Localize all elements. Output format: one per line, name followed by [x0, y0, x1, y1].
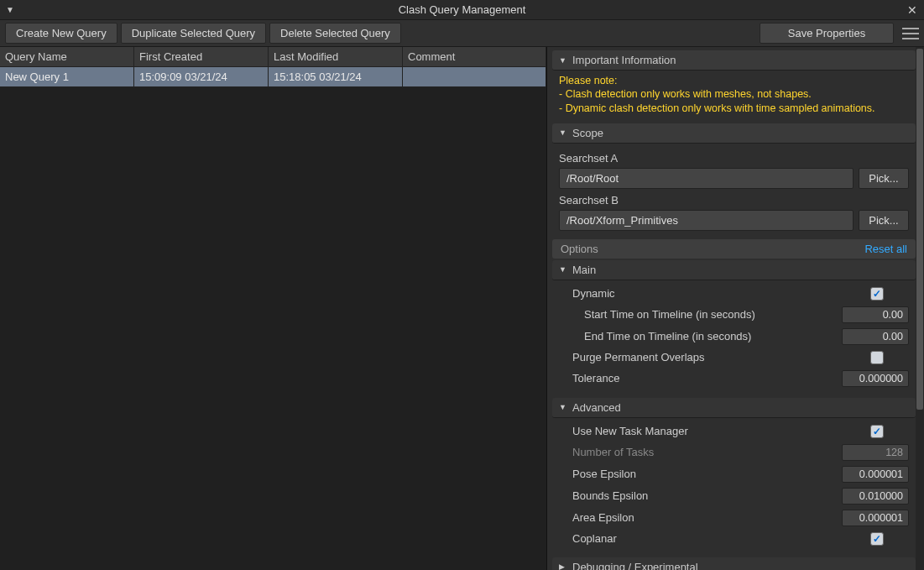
- save-properties-button[interactable]: Save Properties: [760, 23, 894, 44]
- section-title: Important Information: [572, 54, 676, 66]
- chevron-right-icon: ▶: [559, 562, 567, 570]
- purge-checkbox[interactable]: [870, 351, 884, 364]
- reset-all-link[interactable]: Reset all: [864, 243, 907, 255]
- delete-query-button[interactable]: Delete Selected Query: [269, 23, 401, 44]
- bounds-input[interactable]: [842, 488, 909, 505]
- purge-label: Purge Permanent Overlaps: [559, 351, 870, 363]
- col-query-name[interactable]: Query Name: [0, 47, 134, 66]
- info-line1: - Clash detection only works with meshes…: [559, 87, 909, 101]
- section-title: Debugging / Experimental: [572, 561, 698, 570]
- table-header: Query Name First Created Last Modified C…: [0, 47, 546, 67]
- taskmgr-checkbox[interactable]: [870, 425, 884, 438]
- options-label: Options: [561, 243, 598, 255]
- searchset-a-pick-button[interactable]: Pick...: [859, 168, 909, 189]
- duplicate-query-button[interactable]: Duplicate Selected Query: [121, 23, 266, 44]
- pose-input[interactable]: [842, 466, 909, 483]
- table-body: New Query 1 15:09:09 03/21/24 15:18:05 0…: [0, 67, 546, 570]
- section-debugging[interactable]: ▶ Debugging / Experimental: [552, 557, 916, 570]
- create-query-button[interactable]: Create New Query: [5, 23, 117, 44]
- scrollbar[interactable]: [916, 47, 924, 570]
- window-menu-icon[interactable]: ▼: [0, 5, 20, 14]
- close-icon[interactable]: ✕: [901, 3, 924, 17]
- start-time-label: Start Time on Timeline (in seconds): [559, 308, 842, 321]
- query-table: Query Name First Created Last Modified C…: [0, 47, 547, 570]
- end-time-input[interactable]: [842, 328, 909, 345]
- toolbar: Create New Query Duplicate Selected Quer…: [0, 20, 924, 47]
- coplanar-checkbox[interactable]: [870, 532, 884, 546]
- cell-comment: [403, 67, 546, 86]
- cell-created: 15:09:09 03/21/24: [134, 67, 269, 86]
- start-time-input[interactable]: [842, 306, 909, 323]
- searchset-b-input[interactable]: [559, 210, 854, 231]
- dynamic-label: Dynamic: [559, 287, 870, 300]
- titlebar: ▼ Clash Query Management ✕: [0, 0, 924, 20]
- table-row[interactable]: New Query 1 15:09:09 03/21/24 15:18:05 0…: [0, 67, 546, 87]
- chevron-down-icon: ▼: [559, 128, 567, 137]
- chevron-down-icon: ▼: [559, 265, 567, 274]
- chevron-down-icon: ▼: [559, 403, 567, 411]
- info-note-intro: Please note:: [559, 74, 909, 87]
- searchset-b-label: Searchset B: [559, 194, 909, 207]
- end-time-label: End Time on Timeline (in seconds): [559, 330, 842, 343]
- cell-modified: 15:18:05 03/21/24: [269, 67, 403, 86]
- taskmgr-label: Use New Task Manager: [559, 425, 870, 437]
- section-title: Advanced: [572, 401, 621, 414]
- numtasks-input[interactable]: [842, 444, 909, 461]
- searchset-a-input[interactable]: [559, 168, 854, 189]
- bounds-label: Bounds Epsilon: [559, 489, 842, 502]
- searchset-a-label: Searchset A: [559, 152, 909, 165]
- section-title: Main: [572, 264, 596, 276]
- window-title: Clash Query Management: [0, 3, 924, 16]
- section-advanced[interactable]: ▼ Advanced: [552, 398, 916, 418]
- area-input[interactable]: [842, 510, 909, 526]
- numtasks-label: Number of Tasks: [559, 446, 842, 458]
- tolerance-input[interactable]: [842, 370, 909, 387]
- properties-panel: ▼ Important Information Please note: - C…: [547, 47, 924, 570]
- info-line2: - Dynamic clash detection only works wit…: [559, 102, 909, 115]
- dynamic-checkbox[interactable]: [870, 287, 884, 301]
- pose-label: Pose Epsilon: [559, 468, 842, 480]
- coplanar-label: Coplanar: [559, 532, 870, 545]
- cell-name: New Query 1: [0, 67, 134, 86]
- chevron-down-icon: ▼: [559, 56, 567, 65]
- col-last-modified[interactable]: Last Modified: [269, 47, 403, 66]
- searchset-b-pick-button[interactable]: Pick...: [859, 210, 909, 231]
- section-title: Scope: [572, 127, 603, 139]
- area-label: Area Epsilon: [559, 511, 842, 524]
- col-first-created[interactable]: First Created: [134, 47, 269, 66]
- scrollbar-thumb[interactable]: [916, 49, 923, 410]
- col-comment[interactable]: Comment: [403, 47, 546, 66]
- hamburger-icon[interactable]: [902, 26, 919, 41]
- section-scope[interactable]: ▼ Scope: [552, 123, 916, 144]
- tolerance-label: Tolerance: [559, 372, 842, 384]
- section-main[interactable]: ▼ Main: [552, 260, 916, 280]
- section-important-info[interactable]: ▼ Important Information: [552, 50, 916, 71]
- options-bar: Options Reset all: [552, 239, 916, 259]
